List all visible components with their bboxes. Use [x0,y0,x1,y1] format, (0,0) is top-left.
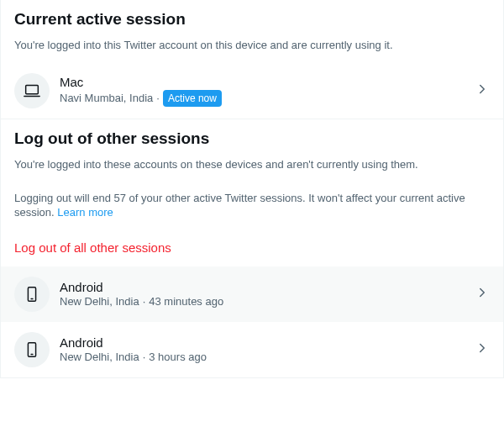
device-location: Navi Mumbai, India [60,92,153,104]
active-badge: Active now [163,90,222,107]
current-session-title: Current active session [1,0,503,32]
device-time: 43 minutes ago [149,295,223,308]
session-row[interactable]: Android New Delhi, India · 3 hours ago [1,322,503,377]
device-time: 3 hours ago [149,351,207,363]
other-sessions-desc: You're logged into these accounts on the… [1,151,503,182]
chevron-right-icon [475,285,490,303]
separator: · [143,351,146,363]
current-session-desc: You're logged into this Twitter account … [1,32,503,63]
device-name: Mac [60,75,475,89]
laptop-icon [14,73,50,108]
device-name: Android [60,280,475,294]
logout-all-button[interactable]: Log out of all other sessions [1,229,503,266]
learn-more-link[interactable]: Learn more [57,206,113,219]
session-row[interactable]: Android New Delhi, India · 43 minutes ag… [1,266,503,322]
device-location: New Delhi, India [60,351,139,363]
other-sessions-title: Log out of other sessions [1,119,503,151]
chevron-right-icon [475,340,490,359]
logout-info: Logging out will end 57 of your other ac… [1,182,503,229]
chevron-right-icon [475,82,490,100]
device-name: Android [60,335,475,350]
separator: · [143,295,146,308]
separator: · [156,92,160,104]
phone-icon [14,277,50,312]
phone-icon [14,332,50,367]
device-location: New Delhi, India [60,295,139,308]
svg-rect-0 [26,85,39,93]
current-session-row[interactable]: Mac Navi Mumbai, India · Active now [1,63,503,119]
